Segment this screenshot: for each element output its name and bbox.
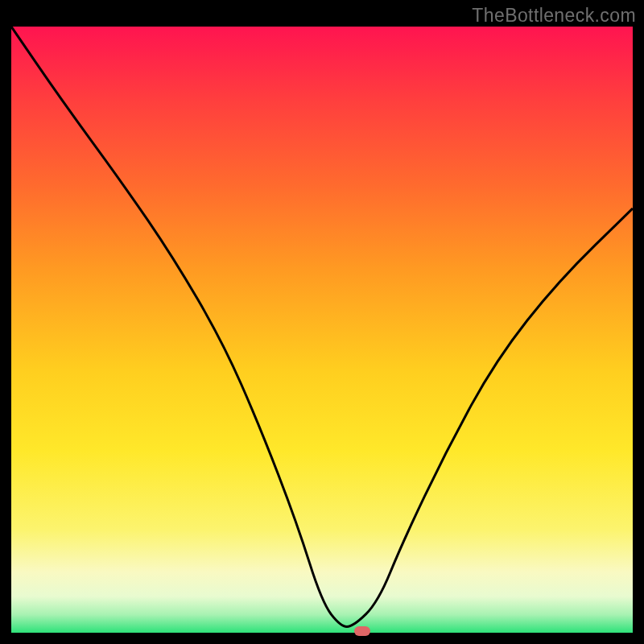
chart-area: [11, 27, 633, 633]
curve-path: [11, 27, 633, 626]
optimal-point-marker: [354, 626, 370, 636]
bottleneck-curve: [11, 27, 633, 633]
watermark-text: TheBottleneck.com: [472, 5, 636, 27]
